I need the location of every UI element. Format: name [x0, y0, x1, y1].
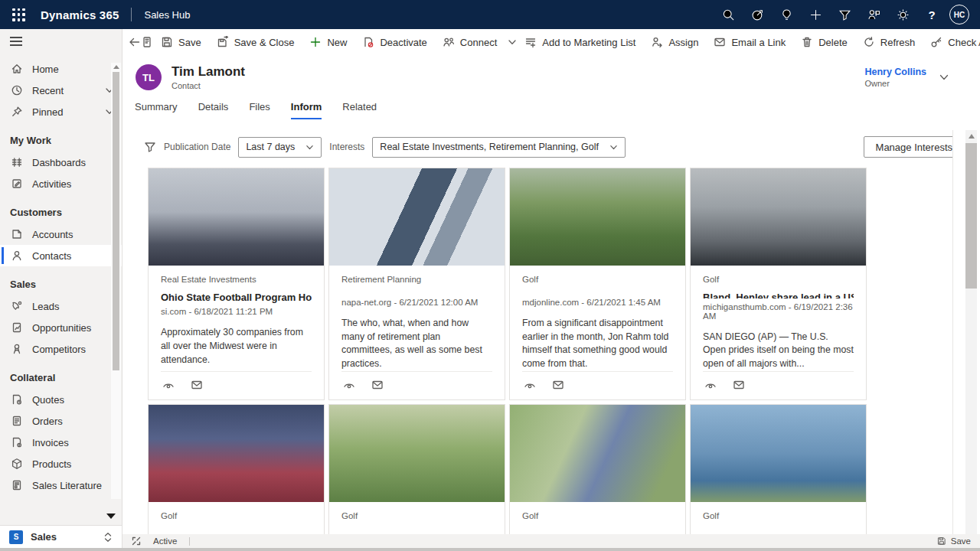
news-card[interactable]: Golf Bland, Henley share lead in a US Op… — [690, 168, 867, 400]
deactivate-icon — [362, 36, 374, 48]
save-and-close-button[interactable]: Save & Close — [209, 29, 302, 55]
tab-summary[interactable]: Summary — [135, 101, 178, 119]
waffle-menu-icon[interactable] — [12, 8, 25, 21]
publication-date-select[interactable]: Last 7 days — [238, 137, 322, 158]
sidebar-item-opportunities[interactable]: Opportunities — [0, 317, 122, 338]
refresh-icon — [863, 36, 875, 48]
scroll-thumb[interactable] — [965, 143, 977, 289]
news-card[interactable]: Golf — [690, 404, 867, 534]
sales-literature-icon — [11, 479, 23, 491]
sidebar-item-orders[interactable]: Orders — [0, 410, 122, 432]
sitemap-overflow-down-icon[interactable] — [106, 514, 116, 519]
sidebar-scrollbar[interactable] — [111, 63, 121, 499]
news-card[interactable]: Retirement Planning Committeed Relations… — [328, 168, 505, 400]
save-button[interactable]: Save — [153, 29, 209, 55]
sidebar-item-pinned[interactable]: Pinned — [0, 101, 122, 122]
search-icon[interactable] — [714, 0, 743, 29]
news-title[interactable]: Jon Rahm wins U.S. Open to claim first .… — [522, 292, 673, 294]
user-avatar[interactable]: HC — [949, 5, 969, 24]
tab-files[interactable]: Files — [249, 101, 270, 119]
chevron-down-icon[interactable] — [939, 72, 949, 83]
tab-details[interactable]: Details — [198, 101, 229, 119]
area-switcher[interactable]: S Sales — [0, 525, 122, 548]
news-card[interactable]: Golf Jon Rahm wins U.S. Open to claim fi… — [509, 168, 686, 400]
news-source: si.com - 6/18/2021 11:21 PM — [161, 307, 312, 316]
sidebar-item-competitors[interactable]: Competitors — [0, 338, 122, 360]
delete-button[interactable]: Delete — [793, 29, 855, 55]
target-arrow-icon[interactable] — [743, 0, 772, 29]
refresh-button[interactable]: Refresh — [855, 29, 923, 55]
sidebar-item-quotes[interactable]: Quotes — [0, 389, 122, 410]
news-image — [329, 168, 505, 266]
news-image — [149, 168, 324, 266]
scroll-thumb[interactable] — [113, 72, 119, 370]
connect-button[interactable]: Connect — [435, 29, 505, 55]
sidebar-item-label: Activities — [32, 178, 71, 190]
tab-inform[interactable]: Inform — [291, 101, 322, 119]
statusbar-save-button[interactable]: Save — [937, 536, 971, 546]
app-name[interactable]: Dynamics 365 — [41, 8, 119, 21]
expand-icon[interactable] — [132, 536, 141, 546]
view-icon[interactable] — [524, 379, 536, 391]
chevron-down-icon[interactable] — [508, 29, 517, 55]
sidebar-item-label: Quotes — [32, 394, 64, 406]
vertical-scrollbar[interactable] — [965, 130, 977, 534]
record-type: Contact — [172, 81, 245, 90]
lightbulb-icon[interactable] — [772, 0, 801, 29]
announcement-person-icon[interactable] — [859, 0, 888, 29]
owner-link[interactable]: Henry Collins — [864, 67, 926, 77]
news-title[interactable]: Bland, Henley share lead in a US Open ..… — [703, 292, 854, 298]
email-icon[interactable] — [733, 379, 745, 391]
view-icon[interactable] — [162, 379, 175, 391]
view-icon[interactable] — [704, 379, 717, 391]
plus-icon[interactable] — [801, 0, 830, 29]
connect-people-icon — [443, 36, 455, 48]
news-card[interactable]: Golf — [509, 404, 686, 534]
scroll-up-arrow[interactable] — [113, 65, 119, 69]
sidebar-item-products[interactable]: Products — [0, 453, 122, 474]
scroll-up-arrow[interactable] — [969, 134, 975, 139]
sidebar-item-sales-literature[interactable]: Sales Literature — [0, 474, 122, 496]
leads-icon — [11, 300, 23, 312]
news-source: michigansthumb.com - 6/19/2021 2:36 AM — [703, 302, 854, 321]
sidebar-item-recent[interactable]: Recent — [0, 80, 122, 101]
news-category: Golf — [522, 275, 673, 284]
news-card[interactable]: Real Estate Investments Ohio State Footb… — [148, 168, 325, 400]
sitemap-nav: Home Recent Pinned My Work Dashboards Ac… — [0, 55, 122, 525]
gear-icon[interactable] — [888, 0, 917, 29]
hamburger-menu-icon[interactable] — [0, 29, 122, 55]
home-icon — [11, 63, 23, 75]
assign-button[interactable]: Assign — [643, 29, 706, 55]
news-card[interactable]: Golf — [328, 404, 505, 534]
email-a-link-button[interactable]: Email a Link — [706, 29, 793, 55]
news-title[interactable]: Ohio State Football Program Hosts Job ..… — [161, 292, 312, 303]
help-icon[interactable]: ? — [917, 0, 946, 29]
form-selector-icon[interactable] — [141, 29, 153, 55]
sidebar-item-contacts[interactable]: Contacts — [0, 245, 122, 266]
sidebar-item-home[interactable]: Home — [0, 58, 122, 80]
sidebar-item-activities[interactable]: Activities — [0, 173, 122, 194]
news-image — [691, 405, 866, 502]
add-to-marketing-list-button[interactable]: Add to Marketing List — [517, 29, 643, 55]
filter-funnel-icon[interactable] — [830, 0, 859, 29]
view-icon[interactable] — [343, 379, 355, 391]
sidebar-item-leads[interactable]: Leads — [0, 295, 122, 317]
deactivate-button[interactable]: Deactivate — [354, 29, 434, 55]
sidebar-item-label: Pinned — [32, 106, 63, 118]
sidebar-item-invoices[interactable]: Invoices — [0, 432, 122, 453]
hub-name[interactable]: Sales Hub — [144, 9, 190, 21]
email-icon[interactable] — [552, 379, 564, 391]
check-access-button[interactable]: Check Access — [923, 29, 980, 55]
news-title[interactable]: Committeed Relationships — [341, 292, 492, 294]
tab-related[interactable]: Related — [342, 101, 377, 119]
manage-interests-button[interactable]: Manage Interests — [864, 136, 965, 158]
email-icon[interactable] — [371, 379, 384, 391]
plus-icon — [309, 36, 322, 48]
sidebar-item-accounts[interactable]: Accounts — [0, 223, 122, 245]
new-button[interactable]: New — [302, 29, 354, 55]
news-card[interactable]: Golf — [148, 404, 325, 534]
sidebar-item-dashboards[interactable]: Dashboards — [0, 152, 122, 173]
email-icon[interactable] — [191, 379, 203, 391]
interests-select[interactable]: Real Estate Investments, Retirement Plan… — [372, 137, 626, 158]
back-button[interactable] — [129, 29, 141, 55]
